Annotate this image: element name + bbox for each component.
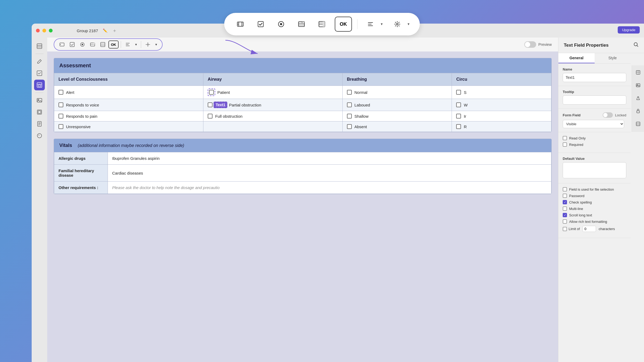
name-label: Name	[563, 67, 626, 71]
sidebar-item-layers[interactable]	[34, 107, 45, 117]
tools-dropdown-btn[interactable]: ▼	[406, 17, 411, 32]
top-toolbar: OK ▼ ▼	[224, 13, 420, 35]
minimize-button[interactable]	[42, 29, 46, 32]
upgrade-button[interactable]: Upgrade	[618, 26, 640, 34]
edit-icon[interactable]: ✏️	[103, 28, 107, 33]
limit-checkbox[interactable]	[563, 227, 567, 231]
text-field-btn[interactable]	[233, 17, 248, 32]
close-button[interactable]	[36, 29, 40, 32]
checkbox-patient[interactable]	[209, 90, 214, 95]
multi-line-checkbox[interactable]	[563, 206, 567, 211]
default-value-input[interactable]	[563, 162, 626, 178]
tools-inner-btn[interactable]	[143, 40, 152, 49]
required-option: Required	[563, 142, 626, 147]
checkbox-normal[interactable]	[347, 90, 352, 95]
checkbox-ir[interactable]	[456, 114, 461, 119]
checkbox-full[interactable]	[208, 114, 213, 119]
ok-inner-btn[interactable]: OK	[108, 40, 119, 49]
tooltip-input[interactable]	[563, 95, 626, 105]
inner-divider-2	[141, 41, 141, 48]
list-btn[interactable]	[314, 17, 330, 32]
align-dropdown-btn[interactable]: ▼	[379, 17, 385, 32]
tools-btn[interactable]	[390, 17, 405, 32]
cell-circu-2: W	[452, 99, 551, 111]
familial-value[interactable]: Cardiac diseases	[108, 165, 551, 182]
required-checkbox[interactable]	[563, 142, 567, 147]
file-selection-option: Field is used for file selection	[563, 187, 626, 191]
svg-rect-35	[37, 98, 42, 102]
checkbox-s[interactable]	[456, 90, 461, 95]
panel-lock-icon[interactable]	[633, 106, 643, 116]
sidebar-item-symbol[interactable]: *	[34, 130, 45, 141]
checkbox-alert[interactable]	[58, 90, 63, 95]
radio-btn[interactable]	[274, 17, 289, 32]
form-field-row: Form Field Locked	[563, 112, 626, 118]
svg-point-18	[397, 23, 398, 25]
add-tab-icon[interactable]: ＋	[112, 27, 117, 34]
maximize-button[interactable]	[49, 29, 53, 32]
right-panel: Text Field Properties	[558, 38, 644, 362]
panel-grid-icon[interactable]	[633, 68, 643, 77]
align-btn[interactable]	[363, 17, 378, 32]
limit-input[interactable]	[583, 226, 596, 232]
sidebar-item-edit[interactable]	[34, 56, 45, 67]
sidebar-item-image[interactable]	[34, 95, 45, 106]
locked-label: Locked	[615, 113, 626, 117]
vitals-table: Allergic drugs Ibuprofen Granules aspiri…	[54, 152, 551, 194]
text1-field[interactable]: Text1	[214, 102, 228, 108]
radio-inner-btn[interactable]	[78, 40, 87, 49]
panel-share-icon[interactable]	[633, 93, 643, 103]
combo-inner-btn[interactable]	[88, 40, 97, 49]
allergic-value[interactable]: Ibuprofen Granules aspirin	[108, 152, 551, 165]
file-selection-checkbox[interactable]	[563, 187, 567, 191]
check-inner-btn[interactable]	[68, 40, 77, 49]
checkbox-responds-voice[interactable]	[58, 102, 63, 107]
checkbox-btn[interactable]	[253, 17, 268, 32]
form-field-label: Form Field	[563, 113, 580, 117]
rich-text-checkbox[interactable]	[563, 219, 567, 224]
align-inner-btn[interactable]	[123, 40, 132, 49]
inner-divider	[121, 41, 121, 48]
align-down-btn[interactable]: ▼	[133, 40, 139, 49]
other-req-label: Other requirements :	[54, 182, 108, 194]
ok-btn[interactable]: OK	[335, 17, 352, 32]
checkbox-w[interactable]	[456, 102, 461, 107]
text-inner-btn[interactable]	[57, 40, 67, 49]
tools-down-btn[interactable]: ▼	[153, 40, 159, 49]
other-req-value[interactable]: Please ask the doctor to help note the d…	[108, 182, 551, 194]
check-spelling-checkbox[interactable]: ✓	[563, 200, 567, 204]
visible-select[interactable]: Visible	[563, 120, 624, 128]
sidebar-item-checklist[interactable]	[34, 68, 45, 79]
locked-switch[interactable]	[603, 112, 613, 118]
tab-style[interactable]: Style	[595, 53, 631, 63]
search-icon[interactable]	[633, 42, 639, 49]
svg-rect-14	[323, 21, 325, 27]
checkbox-laboued[interactable]	[347, 102, 352, 107]
checkbox-absent[interactable]	[347, 124, 352, 129]
sidebar-item-list[interactable]	[34, 41, 45, 51]
scroll-long-option: ✓ Scroll long text	[563, 213, 626, 217]
panel-grid2-icon[interactable]	[633, 119, 643, 129]
checkbox-partial[interactable]	[208, 102, 213, 107]
svg-rect-72	[636, 122, 640, 126]
name-input[interactable]	[563, 73, 626, 82]
preview-switch[interactable]	[524, 41, 536, 48]
panel-photo-icon[interactable]	[633, 80, 643, 90]
checkbox-responds-pain[interactable]	[58, 114, 63, 119]
vitals-section: Vitals (additional information maybe rec…	[54, 139, 552, 194]
svg-rect-34	[38, 85, 41, 87]
form-field-section: Form Field Locked Visible	[558, 109, 631, 132]
combo-btn[interactable]	[294, 17, 309, 32]
password-checkbox[interactable]	[563, 194, 567, 198]
checkbox-r[interactable]	[456, 124, 461, 129]
list-inner-btn[interactable]	[98, 40, 107, 49]
sidebar-item-pages[interactable]	[34, 119, 45, 129]
checkbox-shallow[interactable]	[347, 114, 352, 119]
scroll-long-checkbox[interactable]: ✓	[563, 213, 567, 217]
sidebar-item-fields[interactable]	[34, 80, 45, 90]
read-only-checkbox[interactable]	[563, 136, 567, 140]
cell-airway-1: Patient	[203, 86, 342, 99]
tab-general[interactable]: General	[558, 53, 595, 63]
checkbox-unresponsive[interactable]	[58, 124, 63, 129]
svg-rect-71	[637, 111, 639, 113]
